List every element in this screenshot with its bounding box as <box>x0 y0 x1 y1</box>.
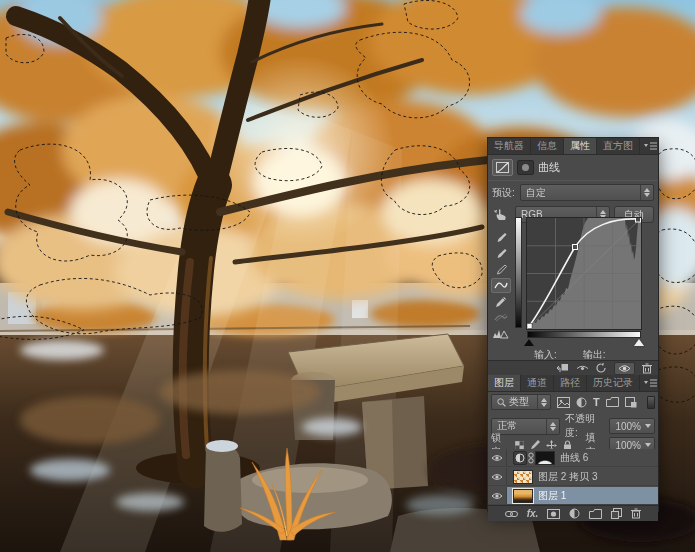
layers-actionbar: fx. <box>488 505 658 521</box>
delete-adjustment-icon[interactable] <box>642 363 652 374</box>
reset-icon[interactable] <box>596 363 607 373</box>
panel-menu-icon[interactable] <box>640 375 661 391</box>
pencil-tool-icon[interactable] <box>491 294 511 309</box>
curve-point-mid <box>573 245 578 250</box>
properties-actionbar <box>488 360 658 375</box>
preset-row: 预设: 自定 <box>492 184 654 201</box>
mask-link-icon[interactable] <box>528 452 534 464</box>
curve-tools <box>490 230 512 341</box>
layer-mask-thumbnail[interactable] <box>535 451 555 465</box>
link-layers-icon[interactable] <box>505 510 518 518</box>
input-gradient-bar <box>527 331 641 338</box>
previous-state-icon[interactable] <box>576 364 589 373</box>
eye-icon[interactable] <box>488 449 507 466</box>
filter-smart-object-icon[interactable] <box>625 397 637 408</box>
layer-name[interactable]: 图层 2 拷贝 3 <box>538 470 597 484</box>
new-adjustment-layer-icon[interactable] <box>569 508 580 519</box>
spinner-icon <box>640 185 650 200</box>
eye-icon[interactable] <box>488 487 507 504</box>
dropdown-arrow-icon <box>645 443 651 447</box>
edit-points-tool-icon[interactable] <box>491 278 511 293</box>
divider <box>488 180 658 181</box>
clip-to-layer-icon[interactable] <box>556 363 569 373</box>
new-group-icon[interactable] <box>589 509 602 519</box>
eye-icon[interactable] <box>488 468 507 485</box>
delete-layer-icon[interactable] <box>631 508 641 519</box>
filter-row: 类型 T <box>491 394 655 410</box>
new-layer-icon[interactable] <box>611 508 622 519</box>
filter-kind-select[interactable]: 类型 <box>491 394 551 410</box>
photoshop-workspace: { "properties_panel": { "tabs": [ {"labe… <box>0 0 695 552</box>
targeted-adjustment-icon[interactable] <box>491 207 511 222</box>
layer-row-curves6[interactable]: 曲线 6 <box>488 449 658 467</box>
layer-row-layer2copy3[interactable]: 图层 2 拷贝 3 <box>488 468 658 486</box>
layers-tabbar: 图层 通道 路径 历史记录 <box>488 375 658 392</box>
tab-info[interactable]: 信息 <box>531 138 564 154</box>
layer-name[interactable]: 曲线 6 <box>560 451 588 465</box>
preset-label: 预设: <box>492 186 515 200</box>
black-point-slider[interactable] <box>524 339 534 346</box>
curves-grid-icon[interactable] <box>492 159 513 176</box>
tab-histogram[interactable]: 直方图 <box>597 138 640 154</box>
preset-select[interactable]: 自定 <box>520 184 654 201</box>
adjustment-title: 曲线 <box>538 160 560 175</box>
floating-panel-group: 导航器 信息 属性 直方图 曲线 预设: 自定 <box>487 137 659 512</box>
filter-pixel-icon[interactable] <box>557 397 570 408</box>
layer-style-icon[interactable]: fx. <box>527 508 539 519</box>
tab-channels[interactable]: 通道 <box>521 375 554 391</box>
search-icon <box>497 398 506 407</box>
output-gradient-bar <box>515 217 522 328</box>
black-eyedropper-icon[interactable] <box>491 230 511 245</box>
properties-tabbar: 导航器 信息 属性 直方图 <box>488 138 658 155</box>
curves-adjustment-thumbnail[interactable] <box>513 451 527 465</box>
filter-group-icon[interactable] <box>606 397 619 407</box>
tab-paths[interactable]: 路径 <box>554 375 587 391</box>
tab-navigator[interactable]: 导航器 <box>488 138 531 154</box>
white-eyedropper-icon[interactable] <box>491 262 511 277</box>
smooth-curve-icon[interactable] <box>491 310 511 325</box>
curve-grid[interactable] <box>526 217 642 330</box>
dropdown-arrow-icon <box>645 424 651 428</box>
gray-eyedropper-icon[interactable] <box>491 246 511 261</box>
layer-row-layer1[interactable]: 图层 1 <box>488 487 658 505</box>
panel-menu-icon[interactable] <box>640 138 661 154</box>
curve-point-shadows <box>527 324 532 329</box>
filter-adjustment-icon[interactable] <box>576 397 587 408</box>
add-mask-icon[interactable] <box>547 509 560 519</box>
visibility-toggle-icon[interactable] <box>614 362 635 375</box>
tab-layers[interactable]: 图层 <box>488 375 521 391</box>
tab-history[interactable]: 历史记录 <box>587 375 640 391</box>
white-point-slider[interactable] <box>634 339 644 346</box>
layer-name[interactable]: 图层 1 <box>538 489 566 503</box>
spinner-icon <box>537 395 547 409</box>
tab-properties[interactable]: 属性 <box>564 138 597 154</box>
adjustment-header: 曲线 <box>492 159 560 176</box>
filter-type-icon[interactable]: T <box>593 396 600 408</box>
layer-thumbnail[interactable] <box>513 489 533 503</box>
clipping-warning-icon[interactable] <box>491 326 511 341</box>
curve-point-highlights <box>636 218 641 222</box>
layer-thumbnail[interactable] <box>513 470 533 484</box>
mask-icon[interactable] <box>517 160 534 175</box>
filter-toggle-switch[interactable] <box>647 396 655 409</box>
